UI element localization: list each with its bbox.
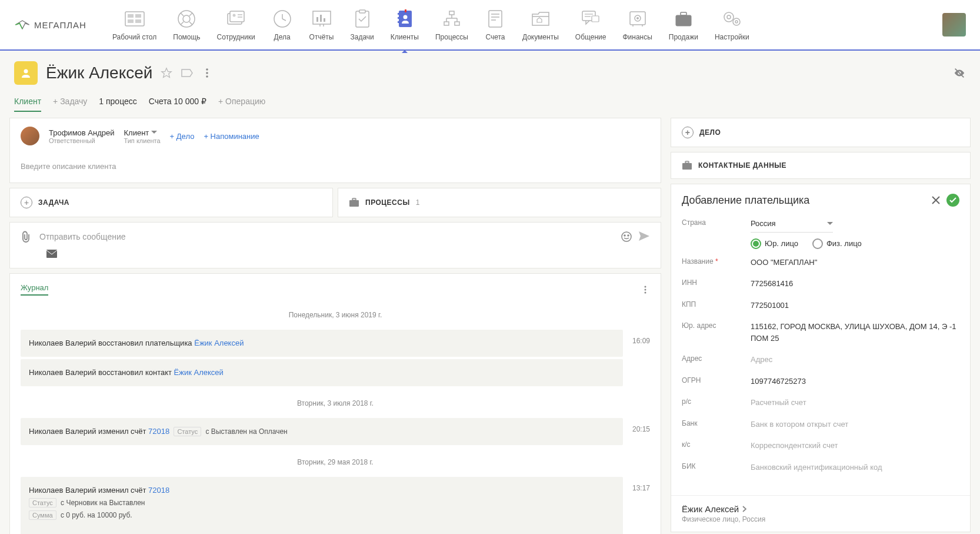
journal-date: Вторник, 3 июля 2018 г.: [21, 391, 650, 416]
nav-chat[interactable]: Общение: [568, 4, 614, 46]
bank-input[interactable]: Банк в котором открыт счет: [751, 417, 959, 433]
responsible-name: Трофимов Андрей: [49, 128, 114, 137]
nav-tasks[interactable]: Задачи: [344, 4, 381, 46]
kpp-input[interactable]: 772501001: [751, 298, 959, 314]
inn-input[interactable]: 7725681416: [751, 276, 959, 292]
inn-label: ИНН: [682, 276, 744, 287]
briefcase-small-icon: [682, 161, 692, 170]
side-column: + ДЕЛО КОНТАКТНЫЕ ДАННЫЕ Добавление плат…: [671, 118, 971, 534]
svg-point-71: [645, 288, 646, 290]
visibility-off-icon[interactable]: [953, 67, 966, 79]
responsible-role: Ответственный: [49, 137, 114, 144]
processes-section[interactable]: ПРОЦЕССЫ 1: [338, 188, 661, 217]
nav-invoices[interactable]: Счета: [478, 4, 513, 46]
payer-footer[interactable]: Ёжик Алексей Физическое лицо, Россия: [671, 495, 970, 532]
nav-help[interactable]: Помощь: [166, 4, 207, 46]
rs-label: р/с: [682, 395, 744, 406]
addr-input[interactable]: Адрес: [751, 352, 959, 368]
svg-rect-1: [128, 14, 134, 18]
logo[interactable]: МЕГАПЛАН: [14, 16, 86, 33]
radio-checked-icon: [751, 238, 761, 249]
nav-settings[interactable]: Настройки: [708, 4, 756, 46]
svg-rect-54: [681, 12, 686, 15]
responsible-card: Трофимов Андрей Ответственный Клиент Тип…: [9, 118, 661, 183]
more-vertical-icon[interactable]: [641, 285, 650, 294]
radio-unchecked-icon: [812, 238, 823, 249]
contacts-section[interactable]: КОНТАКТНЫЕ ДАННЫЕ: [671, 152, 971, 179]
svg-point-58: [735, 21, 738, 23]
svg-line-8: [189, 13, 192, 16]
entry-link[interactable]: Ёжик Алексей: [194, 339, 244, 347]
close-icon[interactable]: [931, 195, 941, 205]
legal-addr-label: Юр. адрес: [682, 319, 744, 330]
client-type-select[interactable]: Клиент: [124, 128, 160, 137]
main-nav: Рабочий стол Помощь Сотрудники Дела Отчё…: [105, 4, 942, 46]
nav-employees[interactable]: Сотрудники: [210, 4, 262, 46]
ogrn-label: ОГРН: [682, 374, 744, 384]
star-icon[interactable]: [161, 67, 172, 79]
tab-add-task[interactable]: + Задачу: [53, 97, 87, 112]
nav-clients[interactable]: Клиенты: [384, 4, 426, 46]
ogrn-input[interactable]: 1097746725273: [751, 374, 959, 390]
description-input[interactable]: Введите описание клиента: [10, 154, 661, 183]
tab-client[interactable]: Клиент: [14, 97, 41, 112]
radio-legal[interactable]: Юр. лицо: [751, 238, 798, 249]
entry-link[interactable]: 72018: [148, 486, 169, 495]
chevron-down-icon: [827, 222, 833, 225]
ks-label: к/с: [682, 438, 744, 449]
name-input[interactable]: ООО "МЕГАПЛАН": [751, 255, 959, 271]
addressbook-icon: [394, 8, 415, 29]
briefcase-icon: [673, 8, 694, 29]
delo-section[interactable]: + ДЕЛО: [671, 118, 971, 147]
entry-link[interactable]: 72018: [148, 427, 169, 436]
add-delo-link[interactable]: + Дело: [170, 132, 195, 141]
user-avatar[interactable]: [942, 13, 966, 37]
envelope-icon[interactable]: [46, 250, 57, 258]
svg-rect-25: [356, 11, 369, 27]
responsible-avatar[interactable]: [21, 127, 39, 145]
client-badge: [14, 61, 38, 85]
nav-sales[interactable]: Продажи: [662, 4, 705, 46]
tab-process[interactable]: 1 процесс: [99, 97, 136, 112]
message-input[interactable]: Отправить сообщение: [39, 232, 612, 241]
confirm-button[interactable]: [946, 194, 959, 207]
attachment-icon[interactable]: [21, 231, 31, 243]
bik-input[interactable]: Банковский идентификационный код: [751, 460, 959, 476]
entry-link[interactable]: Ёжик Алексей: [174, 368, 224, 377]
client-name: Ёжик Алексей: [46, 64, 152, 82]
svg-point-68: [628, 235, 629, 236]
svg-line-10: [189, 22, 192, 25]
journal-entry: Николаев Валерий восстановил контакт Ёжи…: [21, 359, 623, 386]
ks-input[interactable]: Корреспондентский счет: [751, 438, 959, 454]
svg-rect-53: [676, 15, 691, 26]
nav-dela[interactable]: Дела: [265, 4, 300, 46]
tab-add-operation[interactable]: + Операцию: [218, 97, 265, 112]
dashboard-icon: [124, 8, 145, 29]
bik-label: БИК: [682, 460, 744, 470]
briefcase-small-icon: [349, 198, 359, 207]
more-vertical-icon[interactable]: [202, 68, 212, 78]
radio-individual[interactable]: Физ. лицо: [812, 238, 862, 249]
svg-line-18: [282, 19, 286, 21]
country-select[interactable]: Россия: [751, 216, 833, 233]
journal-tab[interactable]: Журнал: [21, 283, 48, 296]
emoji-icon[interactable]: [621, 231, 632, 243]
nav-reports[interactable]: Отчёты: [302, 4, 341, 46]
tab-invoices[interactable]: Счета 10 000 ₽: [149, 97, 206, 112]
journal-date: Вторник, 29 мая 2018 г.: [21, 450, 650, 475]
nav-finance[interactable]: Финансы: [615, 4, 659, 46]
add-reminder-link[interactable]: + Напоминание: [204, 132, 259, 141]
task-section[interactable]: + ЗАДАЧА: [9, 188, 333, 217]
page-header: Ёжик Алексей: [0, 51, 980, 85]
tag-icon[interactable]: [181, 68, 194, 78]
legal-addr-input[interactable]: 115162, ГОРОД МОСКВА, УЛИЦА ШУХОВА, ДОМ …: [751, 319, 959, 346]
footer-client-sub: Физическое лицо, Россия: [682, 515, 959, 523]
send-icon[interactable]: [638, 231, 650, 241]
rs-input[interactable]: Расчетный счет: [751, 395, 959, 411]
nav-desktop[interactable]: Рабочий стол: [105, 4, 164, 46]
svg-point-31: [403, 15, 407, 19]
nav-documents[interactable]: Документы: [515, 4, 566, 46]
svg-rect-35: [455, 22, 459, 25]
journal-entry: Николаев Валерий восстановил плательщика…: [21, 330, 623, 357]
nav-processes[interactable]: Процессы: [428, 4, 475, 46]
